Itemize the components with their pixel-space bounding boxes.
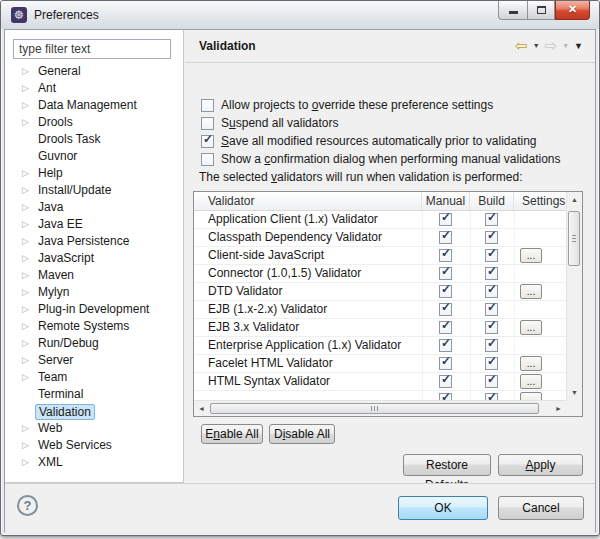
sidebar-item-maven[interactable]: ▷Maven xyxy=(5,267,182,284)
table-row[interactable]: Facelet HTML Validator✓✓... xyxy=(194,355,566,373)
sidebar-item-team[interactable]: ▷Team xyxy=(5,369,182,386)
help-icon[interactable]: ? xyxy=(17,495,38,516)
manual-checkbox[interactable]: ✓ xyxy=(439,285,452,298)
table-row[interactable]: Connector (1.0,1.5) Validator✓✓ xyxy=(194,265,566,283)
cancel-button[interactable]: Cancel xyxy=(498,496,584,520)
sidebar-item-java-persistence[interactable]: ▷Java Persistence xyxy=(5,233,182,250)
sidebar-item-web[interactable]: ▷Web xyxy=(5,420,182,437)
horizontal-scroll-thumb[interactable] xyxy=(210,403,539,414)
build-checkbox[interactable]: ✓ xyxy=(485,267,498,280)
expand-arrow-icon[interactable]: ▷ xyxy=(22,199,29,216)
build-checkbox[interactable]: ✓ xyxy=(485,321,498,334)
expand-arrow-icon[interactable]: ▷ xyxy=(22,182,29,199)
maximize-button[interactable] xyxy=(527,1,555,20)
vertical-scrollbar[interactable]: ▲ ▼ xyxy=(566,192,582,400)
forward-arrow-icon[interactable]: ⇨ xyxy=(545,38,558,53)
expand-arrow-icon[interactable]: ▷ xyxy=(22,335,29,352)
scroll-left-icon[interactable]: ◄ xyxy=(198,405,205,412)
sidebar-item-server[interactable]: ▷Server xyxy=(5,352,182,369)
sidebar-item-javascript[interactable]: ▷JavaScript xyxy=(5,250,182,267)
back-arrow-icon[interactable]: ⇦ xyxy=(515,38,528,53)
sidebar-item-validation[interactable]: Validation xyxy=(5,403,182,420)
expand-arrow-icon[interactable]: ▷ xyxy=(22,97,29,114)
sidebar-item-help[interactable]: ▷Help xyxy=(5,165,182,182)
sidebar-item-plug-in-development[interactable]: ▷Plug-in Development xyxy=(5,301,182,318)
title-bar[interactable]: ⚙ Preferences ✕ xyxy=(1,1,599,29)
manual-checkbox[interactable]: ✓ xyxy=(439,267,452,280)
table-row[interactable]: EJB 3.x Validator✓✓... xyxy=(194,319,566,337)
table-row[interactable]: Classpath Dependency Validator✓✓ xyxy=(194,229,566,247)
expand-arrow-icon[interactable]: ▷ xyxy=(22,454,29,471)
option-checkbox[interactable] xyxy=(201,99,214,112)
close-button[interactable]: ✕ xyxy=(555,1,590,20)
sidebar-item-drools[interactable]: ▷Drools xyxy=(5,114,182,131)
manual-checkbox[interactable]: ✓ xyxy=(439,249,452,262)
manual-checkbox[interactable]: ✓ xyxy=(439,339,452,352)
sidebar-item-data-management[interactable]: ▷Data Management xyxy=(5,97,182,114)
apply-button[interactable]: Apply xyxy=(498,454,583,476)
column-header-manual[interactable]: Manual xyxy=(422,192,470,210)
build-checkbox[interactable]: ✓ xyxy=(485,213,498,226)
table-row[interactable]: DTD Validator✓✓... xyxy=(194,283,566,301)
expand-arrow-icon[interactable]: ▷ xyxy=(22,437,29,454)
option-checkbox[interactable] xyxy=(201,153,214,166)
filter-input[interactable] xyxy=(13,39,171,59)
scroll-right-icon[interactable]: ► xyxy=(555,405,562,412)
sidebar-item-run-debug[interactable]: ▷Run/Debug xyxy=(5,335,182,352)
table-row[interactable]: HTML Syntax Validator✓✓... xyxy=(194,373,566,391)
settings-ellipsis-button[interactable]: ... xyxy=(520,392,542,400)
build-checkbox[interactable]: ✓ xyxy=(485,357,498,370)
build-checkbox[interactable]: ✓ xyxy=(485,339,498,352)
manual-checkbox[interactable]: ✓ xyxy=(439,393,452,400)
settings-ellipsis-button[interactable]: ... xyxy=(520,284,542,299)
expand-arrow-icon[interactable]: ▷ xyxy=(22,63,29,80)
sidebar-item-install-update[interactable]: ▷Install/Update xyxy=(5,182,182,199)
manual-checkbox[interactable]: ✓ xyxy=(439,321,452,334)
settings-ellipsis-button[interactable]: ... xyxy=(520,320,542,335)
build-checkbox[interactable]: ✓ xyxy=(485,303,498,316)
expand-arrow-icon[interactable]: ▷ xyxy=(22,420,29,437)
expand-arrow-icon[interactable]: ▷ xyxy=(22,233,29,250)
build-checkbox[interactable]: ✓ xyxy=(485,231,498,244)
sidebar-item-java[interactable]: ▷Java xyxy=(5,199,182,216)
expand-arrow-icon[interactable]: ▷ xyxy=(22,114,29,131)
forward-history-caret-icon[interactable]: ▼ xyxy=(562,42,569,49)
expand-arrow-icon[interactable]: ▷ xyxy=(22,352,29,369)
expand-arrow-icon[interactable]: ▷ xyxy=(22,318,29,335)
back-history-caret-icon[interactable]: ▼ xyxy=(533,42,540,49)
manual-checkbox[interactable]: ✓ xyxy=(439,375,452,388)
manual-checkbox[interactable]: ✓ xyxy=(439,303,452,316)
column-header-settings[interactable]: Settings xyxy=(514,192,568,210)
expand-arrow-icon[interactable]: ▷ xyxy=(22,165,29,182)
table-row[interactable]: Application Client (1.x) Validator✓✓ xyxy=(194,211,566,229)
table-row[interactable]: Client-side JavaScript✓✓... xyxy=(194,247,566,265)
settings-ellipsis-button[interactable]: ... xyxy=(520,248,542,263)
option-checkbox[interactable] xyxy=(201,117,214,130)
column-header-build[interactable]: Build xyxy=(470,192,514,210)
build-checkbox[interactable]: ✓ xyxy=(485,249,498,262)
sidebar-item-mylyn[interactable]: ▷Mylyn xyxy=(5,284,182,301)
expand-arrow-icon[interactable]: ▷ xyxy=(22,284,29,301)
sidebar-item-guvnor[interactable]: Guvnor xyxy=(5,148,182,165)
horizontal-scrollbar[interactable]: ◄ ► xyxy=(194,400,566,416)
scroll-up-icon[interactable]: ▲ xyxy=(567,196,582,203)
scroll-down-icon[interactable]: ▼ xyxy=(567,389,582,396)
sidebar-item-general[interactable]: ▷General xyxy=(5,63,182,80)
ok-button[interactable]: OK xyxy=(398,496,488,520)
option-checkbox[interactable]: ✓ xyxy=(201,135,214,148)
build-checkbox[interactable]: ✓ xyxy=(485,285,498,298)
expand-arrow-icon[interactable]: ▷ xyxy=(22,250,29,267)
expand-arrow-icon[interactable]: ▷ xyxy=(22,369,29,386)
column-header-validator[interactable]: Validator xyxy=(194,192,422,210)
sidebar-item-terminal[interactable]: Terminal xyxy=(5,386,182,403)
enable-all-button[interactable]: Enable All xyxy=(201,424,263,444)
vertical-scroll-thumb[interactable] xyxy=(568,211,580,266)
build-checkbox[interactable]: ✓ xyxy=(485,375,498,388)
sidebar-item-remote-systems[interactable]: ▷Remote Systems xyxy=(5,318,182,335)
minimize-button[interactable] xyxy=(498,1,528,20)
sidebar-item-xml[interactable]: ▷XML xyxy=(5,454,182,471)
expand-arrow-icon[interactable]: ▷ xyxy=(22,216,29,233)
table-row[interactable]: EJB (1.x-2.x) Validator✓✓ xyxy=(194,301,566,319)
settings-ellipsis-button[interactable]: ... xyxy=(520,374,542,389)
settings-ellipsis-button[interactable]: ... xyxy=(520,356,542,371)
